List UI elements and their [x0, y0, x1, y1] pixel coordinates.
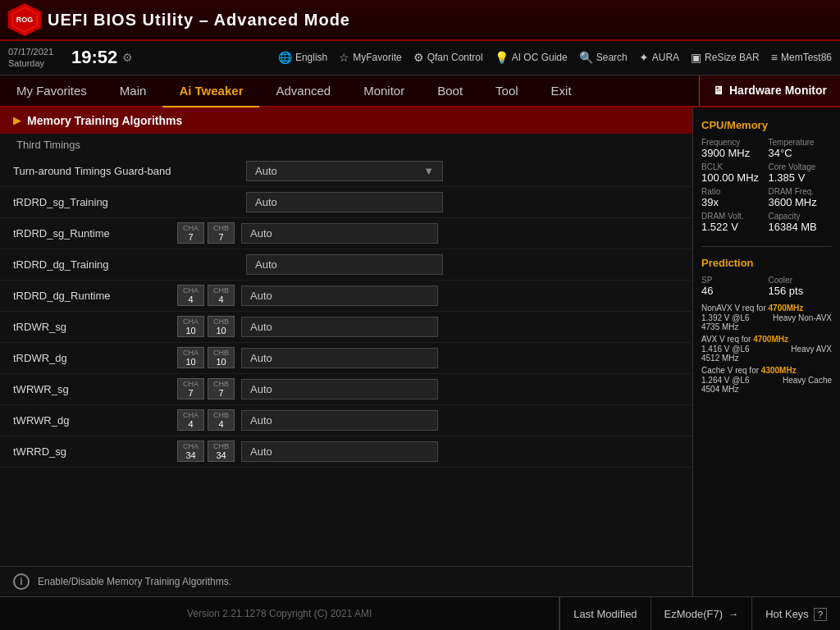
info-icon: i	[13, 573, 30, 590]
channel-a-badge: CHA4	[177, 285, 204, 306]
version-text: Version 2.21.1278 Copyright (C) 2021 AMI	[187, 608, 372, 619]
sp-item: SP 46	[701, 276, 765, 297]
table-row: tRDWR_dgCHA10CHB10Auto	[0, 343, 692, 374]
channel-a-badge: CHA34	[177, 441, 204, 462]
setting-value-area: Auto	[241, 348, 679, 368]
hardware-monitor-panel: CPU/Memory Frequency 3900 MHz Temperatur…	[692, 107, 840, 596]
setting-name: tRDRD_sg_Runtime	[13, 227, 177, 240]
value-text: Auto	[255, 196, 277, 208]
nav-advanced[interactable]: Advanced	[259, 75, 347, 107]
cha-value: 4	[188, 419, 193, 429]
section-header: ▶ Memory Training Algorithms	[0, 107, 692, 134]
info-bar: i Enable/Disable Memory Training Algorit…	[0, 566, 692, 596]
hotkeys-btn[interactable]: Hot Keys ?	[751, 597, 840, 630]
section-arrow-icon: ▶	[13, 115, 21, 126]
nav-main[interactable]: Main	[103, 75, 163, 107]
cha-value: 34	[185, 450, 195, 460]
channel-badges: CHA10CHB10	[177, 347, 235, 368]
channel-b-badge: CHB4	[208, 409, 235, 431]
value-text: Auto	[255, 258, 277, 271]
hotkeys-question-icon: ?	[814, 608, 827, 621]
toolbar-english[interactable]: 🌐 English	[278, 51, 327, 64]
dram-freq-item: DRAM Freq. 3600 MHz	[769, 187, 833, 208]
value-box[interactable]: Auto	[241, 317, 438, 337]
nav-boot[interactable]: Boot	[421, 75, 479, 107]
channel-b-badge: CHB7	[208, 222, 235, 244]
hw-prediction-grid: SP 46 Cooler 156 pts	[701, 276, 832, 297]
toolbar-aioc[interactable]: 💡 AI OC Guide	[495, 51, 568, 64]
toolbar-myfavorite[interactable]: ☆ MyFavorite	[339, 51, 401, 64]
channel-a-badge: CHA4	[177, 409, 204, 431]
value-text: Auto	[250, 383, 272, 395]
dropdown-value: Auto	[255, 165, 277, 177]
toolbar-resizebar[interactable]: ▣ ReSize BAR	[691, 51, 760, 64]
settings-table: Turn-around Timings Guard-bandAuto▼tRDRD…	[0, 156, 692, 566]
last-modified-btn[interactable]: Last Modified	[559, 597, 650, 630]
cooler-item: Cooler 156 pts	[769, 276, 833, 297]
setting-name: tWRRD_sg	[13, 445, 177, 458]
setting-name: tWRWR_dg	[13, 414, 177, 427]
value-box[interactable]: Auto	[241, 410, 438, 431]
channel-badges: CHA7CHB7	[177, 222, 235, 244]
channel-badges: CHA10CHB10	[177, 316, 235, 337]
value-box[interactable]: Auto	[241, 441, 438, 462]
hw-cpu-grid: Frequency 3900 MHz Temperature 34°C BCLK…	[701, 138, 832, 233]
value-box[interactable]: Auto	[246, 254, 443, 275]
toolbar-qfan[interactable]: ⚙ Qfan Control	[413, 51, 483, 64]
value-text: Auto	[250, 290, 272, 302]
value-box[interactable]: Auto	[241, 285, 438, 306]
info-text: Enable/Disable Memory Training Algorithm…	[38, 576, 231, 587]
toolbar-memtest[interactable]: ≡ MemTest86	[771, 51, 832, 64]
chb-value: 10	[216, 357, 226, 367]
setting-name: tWRWR_sg	[13, 383, 177, 395]
toolbar-aura[interactable]: ✦ AURA	[639, 51, 679, 64]
cha-label: CHA	[183, 411, 199, 419]
setting-value-area: Auto	[241, 223, 679, 244]
setting-name: tRDWR_dg	[13, 352, 177, 364]
table-row: tWRRD_sgCHA34CHB34Auto	[0, 436, 692, 468]
nav-exit[interactable]: Exit	[535, 75, 588, 107]
left-panel: ▶ Memory Training Algorithms Third Timin…	[0, 107, 692, 596]
app-title: UEFI BIOS Utility – Advanced Mode	[48, 11, 350, 30]
cha-label: CHA	[183, 442, 199, 450]
memtest-icon: ≡	[771, 51, 778, 64]
footer: Version 2.21.1278 Copyright (C) 2021 AMI…	[0, 596, 840, 630]
cha-label: CHA	[183, 224, 199, 232]
table-row: tRDRD_sg_RuntimeCHA7CHB7Auto	[0, 218, 692, 249]
setting-value-area: Auto	[241, 317, 679, 337]
ratio-item: Ratio 39x	[701, 187, 765, 208]
nav-tool[interactable]: Tool	[479, 75, 535, 107]
temperature-item: Temperature 34°C	[769, 138, 833, 159]
bclk-item: BCLK 100.00 MHz	[701, 162, 765, 184]
value-box[interactable]: Auto	[246, 192, 443, 212]
value-dropdown[interactable]: Auto▼	[246, 161, 443, 181]
table-row: tRDWR_sgCHA10CHB10Auto	[0, 312, 692, 343]
nav-aitweaker[interactable]: Ai Tweaker	[162, 75, 259, 107]
cha-label: CHA	[183, 286, 199, 294]
value-text: Auto	[250, 445, 272, 458]
value-text: Auto	[250, 321, 272, 333]
value-box[interactable]: Auto	[241, 348, 438, 368]
setting-value-area: Auto▼	[246, 161, 679, 181]
time-block: 19:52 ⚙	[71, 47, 133, 68]
resize-icon: ▣	[691, 51, 701, 64]
setting-name: tRDRD_dg_Runtime	[13, 290, 177, 302]
setting-value-area: Auto	[246, 192, 679, 212]
channel-b-badge: CHB34	[208, 441, 235, 462]
value-box[interactable]: Auto	[241, 379, 438, 399]
prediction-title: Prediction	[701, 257, 832, 269]
nav-monitor[interactable]: Monitor	[347, 75, 421, 107]
ezmode-btn[interactable]: EzMode(F7) →	[651, 597, 752, 630]
value-text: Auto	[250, 227, 272, 240]
avx-block: AVX V req for 4700MHz 1.416 V @L6 Heavy …	[701, 335, 832, 363]
cache-block: Cache V req for 4300MHz 1.264 V @L6 Heav…	[701, 366, 832, 394]
channel-badges: CHA4CHB4	[177, 285, 235, 306]
value-text: Auto	[250, 414, 272, 427]
value-box[interactable]: Auto	[241, 223, 438, 244]
settings-gear-icon[interactable]: ⚙	[122, 51, 133, 64]
toolbar-search[interactable]: 🔍 Search	[579, 51, 628, 64]
value-text: Auto	[250, 352, 272, 364]
nav-myfavorites[interactable]: My Favorites	[0, 75, 103, 107]
chb-label: CHB	[213, 317, 229, 326]
channel-b-badge: CHB4	[208, 285, 235, 306]
